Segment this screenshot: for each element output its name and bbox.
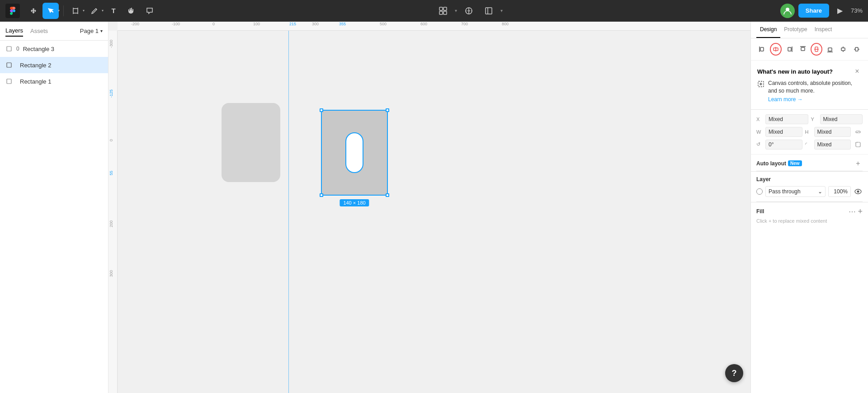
prop-x-value[interactable]: Mixed — [765, 114, 808, 124]
prop-rotation-label: ↺ — [756, 141, 763, 147]
svg-rect-0 — [73, 9, 78, 13]
tool-frame[interactable] — [67, 3, 84, 19]
svg-rect-11 — [486, 8, 492, 14]
promo-header: What's new in auto layout? × — [757, 67, 862, 76]
layer-blend-row: Pass through ⌄ 100% — [756, 186, 863, 197]
layer-item-rect3[interactable]: 0 Rectangle 3 — [0, 41, 108, 57]
align-top-button[interactable] — [797, 43, 809, 56]
tab-design[interactable]: Design — [756, 22, 780, 38]
tool-hand[interactable] — [123, 3, 140, 19]
tab-inspect[interactable]: Inspect — [811, 22, 836, 38]
ruler-v-mark-300: 300 — [109, 270, 113, 277]
layer-name-rect3: Rectangle 3 — [23, 46, 54, 52]
fill-options-icon[interactable]: ⋯ — [849, 207, 856, 216]
auto-layout-label: Auto layout New — [756, 160, 802, 167]
help-button[interactable]: ? — [725, 364, 743, 382]
corner-mode-icon[interactable] — [854, 140, 863, 149]
share-button[interactable]: Share — [798, 4, 829, 18]
tool-theme[interactable] — [461, 3, 477, 19]
left-panel: Layers Assets Page 1 ▾ 0 Rectangle 3 Rec… — [0, 22, 108, 393]
align-row — [751, 38, 868, 61]
prop-row-wh: W Mixed H Mixed — [756, 127, 863, 137]
ruler-v-mark-125: -125 — [109, 89, 113, 98]
auto-layout-add-button[interactable]: + — [854, 159, 863, 168]
prop-y-value[interactable]: Mixed — [820, 114, 863, 124]
prop-w-value[interactable]: Mixed — [765, 127, 802, 137]
tool-pen[interactable] — [86, 3, 103, 19]
layer-name-rect2: Rectangle 2 — [20, 62, 51, 69]
ruler-h-mark-215: 215 — [289, 22, 296, 26]
figma-logo[interactable] — [5, 4, 20, 18]
promo-close-button[interactable]: × — [853, 67, 862, 76]
layer-item-rect1[interactable]: Rectangle 1 — [0, 73, 108, 89]
blend-mode-selector[interactable]: Pass through ⌄ — [765, 186, 826, 197]
canvas-area[interactable]: -200 -100 0 100 215 300 355 500 600 700 … — [108, 22, 750, 393]
tool-group-frame: ▾ — [67, 3, 85, 19]
tab-prototype[interactable]: Prototype — [780, 22, 811, 38]
tool-text[interactable]: T — [105, 3, 122, 19]
zoom-control[interactable]: 73% — [851, 7, 863, 14]
svg-rect-24 — [801, 47, 805, 51]
align-center-h-button[interactable] — [770, 43, 782, 56]
tool-components[interactable] — [435, 3, 451, 19]
ruler-vertical: -300 -125 0 55 200 300 — [108, 31, 118, 393]
select-arrow: ▾ — [58, 9, 60, 13]
ruler-v-mark-200: 200 — [109, 220, 113, 227]
canvas-content[interactable]: 140 × 180 — [118, 31, 750, 393]
prop-corner-value[interactable]: Mixed — [814, 140, 851, 150]
opacity-input[interactable]: 100% — [828, 186, 851, 197]
layer-icon-rect1 — [5, 78, 13, 85]
layer-number-rect3: 0 — [16, 46, 19, 52]
rectangle-1[interactable] — [222, 103, 280, 182]
handle-top-right[interactable] — [386, 108, 389, 112]
visibility-toggle[interactable] — [854, 187, 863, 196]
play-button[interactable]: ▶ — [833, 4, 847, 18]
distribute-v-button[interactable] — [837, 43, 849, 56]
layer-section: Layer Pass through ⌄ 100% — [751, 171, 868, 201]
promo-description: Canvas controls, absolute position, and … — [768, 80, 862, 95]
ruler-h-mark: 800 — [502, 22, 509, 26]
distribute-h-button[interactable] — [851, 43, 863, 56]
main-content: Layers Assets Page 1 ▾ 0 Rectangle 3 Rec… — [0, 22, 868, 393]
layer-item-rect2[interactable]: Rectangle 2 — [0, 57, 108, 73]
tab-layers[interactable]: Layers — [5, 25, 23, 37]
align-bottom-button[interactable] — [824, 43, 836, 56]
ruler-h-mark: 100 — [253, 22, 260, 26]
tool-group-left: ▾ — [25, 3, 60, 19]
tool-group-pen: ▾ — [86, 3, 104, 19]
tab-assets[interactable]: Assets — [30, 26, 48, 36]
align-right-button[interactable] — [783, 43, 795, 56]
avatar — [780, 4, 795, 18]
promo-learn-more[interactable]: Learn more → — [768, 96, 803, 103]
prop-w-label: W — [756, 129, 763, 135]
right-panel-tabs: Design Prototype Inspect — [751, 22, 868, 38]
rectangle-2-inner-shape — [345, 132, 363, 173]
fill-add-button[interactable]: + — [858, 207, 863, 216]
fill-actions: ⋯ + — [849, 207, 863, 216]
prop-row-xy: X Mixed Y Mixed — [756, 114, 863, 124]
align-left-button[interactable] — [756, 43, 768, 56]
handle-bottom-right[interactable] — [386, 193, 389, 197]
prop-h-value[interactable]: Mixed — [814, 127, 851, 137]
tool-select[interactable] — [42, 3, 59, 19]
tool-comment[interactable] — [142, 3, 158, 19]
prop-x-label: X — [756, 117, 763, 122]
right-panel: Design Prototype Inspect — [750, 22, 868, 393]
rectangle-2[interactable]: 140 × 180 — [321, 110, 388, 196]
align-center-v-button[interactable] — [811, 43, 822, 56]
auto-layout-title: Auto layout — [756, 160, 786, 167]
tool-layout[interactable] — [481, 3, 497, 19]
tool-move[interactable] — [25, 3, 42, 19]
ruler-horizontal: -200 -100 0 100 215 300 355 500 600 700 … — [118, 22, 750, 31]
ruler-h-mark: 300 — [312, 22, 319, 26]
toolbar-right: Share ▶ 73% — [780, 4, 863, 18]
layer-icon-rect2 — [5, 61, 13, 69]
page-selector[interactable]: Page 1 ▾ — [80, 28, 103, 34]
link-wh-icon[interactable] — [854, 127, 863, 136]
handle-bottom-left[interactable] — [320, 193, 323, 197]
handle-top-left[interactable] — [320, 108, 323, 112]
guideline-vertical — [288, 31, 289, 393]
prop-rotation-value[interactable]: 0° — [765, 140, 802, 150]
auto-layout-section: Auto layout New + — [751, 154, 868, 171]
components-arrow: ▾ — [455, 8, 457, 13]
